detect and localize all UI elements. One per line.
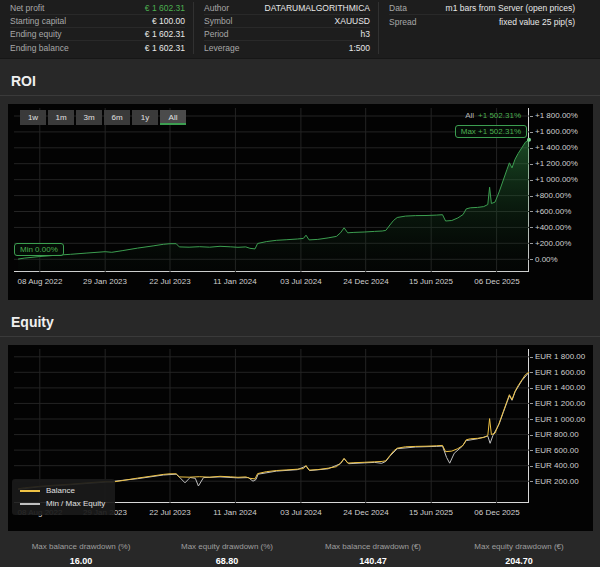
y-axis-label: +200.00% bbox=[535, 239, 571, 248]
roi-current-value: All+1 502.31% bbox=[465, 111, 521, 120]
y-axis-tick bbox=[530, 116, 533, 117]
roi-current-number: +1 502.31% bbox=[478, 111, 521, 120]
roi-section: ROI 0.00%+200.00%+400.00%+600.00%+800.00… bbox=[0, 73, 600, 300]
stat-ending-balance: Ending balance € 1 602.31 bbox=[10, 41, 185, 54]
y-axis-tick bbox=[530, 243, 533, 244]
y-axis-label: +400.00% bbox=[535, 223, 571, 232]
legend-item-balance: Balance bbox=[20, 484, 105, 497]
summary-col-strategy: Author DATARUMALGORITHMICA Symbol XAUUSD… bbox=[193, 2, 378, 54]
range-button-all[interactable]: All bbox=[160, 110, 186, 125]
stat-label: Data bbox=[389, 3, 407, 13]
stat-spread: Spread fixed value 25 pip(s) bbox=[389, 15, 575, 28]
stat-value: € 1 602.31 bbox=[145, 3, 185, 13]
y-axis-tick bbox=[530, 403, 533, 404]
stat-net-profit: Net profit € 1 602.31 bbox=[10, 2, 185, 15]
stat-label: Max balance drawdown (%) bbox=[8, 542, 154, 551]
y-axis-tick bbox=[530, 388, 533, 389]
range-button-1y[interactable]: 1y bbox=[132, 110, 158, 125]
y-axis-label: +1 200.00% bbox=[535, 159, 578, 168]
range-button-6m[interactable]: 6m bbox=[104, 110, 130, 125]
stat-label: Ending balance bbox=[10, 43, 69, 53]
x-axis-label: 15 Jun 2025 bbox=[399, 277, 463, 286]
summary-col-profit: Net profit € 1 602.31 Starting capital €… bbox=[8, 2, 193, 54]
summary-stats-band: Net profit € 1 602.31 Starting capital €… bbox=[0, 0, 600, 59]
section-divider bbox=[0, 95, 600, 96]
x-axis-label: 11 Jan 2024 bbox=[203, 508, 267, 517]
x-axis-label: 22 Jul 2023 bbox=[138, 508, 202, 517]
range-button-1w[interactable]: 1w bbox=[20, 110, 46, 125]
stat-value: 68.80 bbox=[154, 556, 300, 566]
legend-label: Balance bbox=[46, 486, 75, 495]
equity-chart-panel: EUR 200.00EUR 400.00EUR 600.00EUR 800.00… bbox=[8, 345, 593, 531]
y-axis-tick bbox=[530, 419, 533, 420]
legend-item-minmax-equity: Min / Max Equity bbox=[20, 497, 105, 510]
x-axis-label: 08 Aug 2022 bbox=[8, 277, 72, 286]
stat-value: 140.47 bbox=[300, 556, 446, 566]
stat-label: Max equity drawdown (%) bbox=[154, 542, 300, 551]
stat-value: m1 bars from Server (open prices) bbox=[446, 3, 575, 13]
y-axis-tick bbox=[530, 180, 533, 181]
stat-label: Symbol bbox=[204, 16, 232, 26]
roi-heading: ROI bbox=[11, 73, 600, 89]
y-axis-label: EUR 1 000.00 bbox=[535, 415, 585, 424]
y-axis-label: EUR 1 400.00 bbox=[535, 383, 585, 392]
y-axis-label: EUR 400.00 bbox=[535, 461, 579, 470]
stat-label: Net profit bbox=[10, 3, 45, 13]
stat-value: h3 bbox=[361, 29, 370, 39]
x-axis-label: 06 Dec 2025 bbox=[465, 508, 529, 517]
x-axis-label: 06 Dec 2025 bbox=[465, 277, 529, 286]
roi-current-prefix: All bbox=[465, 111, 474, 120]
stat-value: 16.00 bbox=[8, 556, 154, 566]
y-axis-tick bbox=[530, 148, 533, 149]
y-axis-label: EUR 1 200.00 bbox=[535, 399, 585, 408]
y-axis-label: EUR 1 600.00 bbox=[535, 368, 585, 377]
stat-value: fixed value 25 pip(s) bbox=[499, 17, 575, 27]
balance-line-swatch bbox=[20, 490, 40, 492]
minmax-line-swatch bbox=[20, 503, 40, 505]
roi-max-badge: Max +1 502.31% bbox=[455, 125, 527, 138]
stat-value: € 100.00 bbox=[152, 16, 185, 26]
section-divider bbox=[0, 336, 600, 337]
stat-ending-equity: Ending equity € 1 602.31 bbox=[10, 28, 185, 41]
stat-label: Max equity drawdown (€) bbox=[446, 542, 592, 551]
y-axis-tick bbox=[530, 227, 533, 228]
stat-leverage: Leverage 1:500 bbox=[204, 41, 370, 54]
stat-label: Spread bbox=[389, 17, 416, 27]
roi-min-badge: Min 0.00% bbox=[14, 243, 64, 256]
x-axis-label: 24 Dec 2024 bbox=[334, 508, 398, 517]
x-axis-label: 11 Jan 2024 bbox=[203, 277, 267, 286]
y-axis-tick bbox=[530, 132, 533, 133]
y-axis-tick bbox=[530, 450, 533, 451]
y-axis-label: +1 000.00% bbox=[535, 175, 578, 184]
stat-max-balance-drawdown-pct: Max balance drawdown (%) 16.00 bbox=[8, 542, 154, 566]
stat-label: Starting capital bbox=[10, 16, 66, 26]
range-button-3m[interactable]: 3m bbox=[76, 110, 102, 125]
y-axis-tick bbox=[530, 435, 533, 436]
stat-value: DATARUMALGORITHMICA bbox=[265, 3, 370, 13]
legend-label: Min / Max Equity bbox=[46, 499, 105, 508]
y-axis-tick bbox=[530, 211, 533, 212]
y-axis-label: 0.00% bbox=[535, 255, 558, 264]
stat-label: Period bbox=[204, 29, 229, 39]
stat-value: 204.70 bbox=[446, 556, 592, 566]
x-axis-label: 22 Jul 2023 bbox=[138, 277, 202, 286]
y-axis-tick bbox=[530, 481, 533, 482]
stat-starting-capital: Starting capital € 100.00 bbox=[10, 15, 185, 28]
range-button-1m[interactable]: 1m bbox=[48, 110, 74, 125]
stat-author: Author DATARUMALGORITHMICA bbox=[204, 2, 370, 15]
x-axis-label: 03 Jul 2024 bbox=[269, 508, 333, 517]
drawdown-stats: Max balance drawdown (%) 16.00 Max equit… bbox=[8, 542, 592, 566]
y-axis-label: +1 800.00% bbox=[535, 111, 578, 120]
y-axis-tick bbox=[530, 164, 533, 165]
stat-label: Author bbox=[204, 3, 229, 13]
roi-range-buttons: 1w1m3m6m1yAll bbox=[20, 110, 186, 125]
x-axis-label: 29 Jan 2023 bbox=[73, 277, 137, 286]
summary-col-data: Data m1 bars from Server (open prices) S… bbox=[378, 2, 583, 54]
equity-heading: Equity bbox=[11, 314, 600, 330]
stat-value: XAUUSD bbox=[335, 16, 370, 26]
y-axis-label: +1 600.00% bbox=[535, 127, 578, 136]
stat-label: Ending equity bbox=[10, 29, 62, 39]
equity-legend: Balance Min / Max Equity bbox=[12, 479, 115, 515]
roi-chart-panel: 0.00%+200.00%+400.00%+600.00%+800.00%+1 … bbox=[8, 104, 593, 300]
stat-value: 1:500 bbox=[349, 43, 370, 53]
